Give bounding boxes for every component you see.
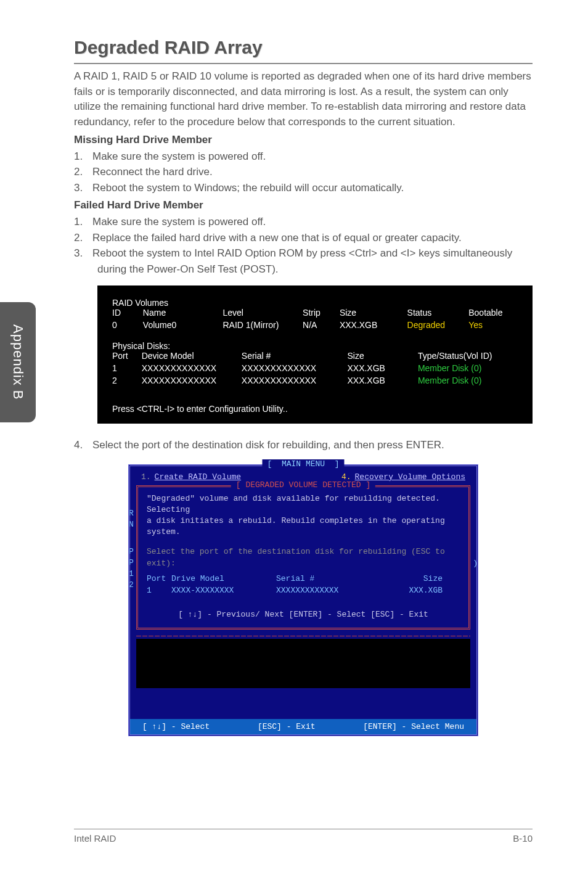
failed-drive-steps: 1.Make sure the system is powered off. 2… <box>74 214 533 277</box>
missing-drive-steps: 1.Make sure the system is powered off. 2… <box>74 149 533 196</box>
main-menu-title: [ MAIN MENU ] <box>262 459 344 469</box>
intro-paragraph: A RAID 1, RAID 5 or RAID 10 volume is re… <box>74 69 533 130</box>
degraded-dialog: [ DEGRADED VOLUME DETECTED ] "Degraded" … <box>136 485 470 630</box>
bios-main-menu: [ MAIN MENU ] RN PP12 ) 1.Create RAID Vo… <box>128 464 478 736</box>
failed-drive-subhead: Failed Hard Drive Member <box>74 199 533 212</box>
page-footer: Intel RAID B-10 <box>74 829 533 844</box>
appendix-side-tab: Appendix B <box>0 302 36 422</box>
menu-create-raid[interactable]: 1.Create RAID Volume <box>141 472 241 482</box>
red-strike-line <box>136 636 470 636</box>
footer-right: B-10 <box>513 833 533 844</box>
port-header: Port Drive Model Serial # Size <box>147 574 460 583</box>
keybar-exit: [ESC] - Exit <box>258 722 316 731</box>
keybar-select: [ ↑↓] - Select <box>142 722 210 731</box>
raid-volumes-title: RAID Volumes <box>112 298 518 308</box>
middle-black-area <box>136 639 470 688</box>
section-heading: Degraded RAID Array <box>74 37 533 64</box>
footer-left: Intel RAID <box>74 833 116 844</box>
degraded-dialog-title: [ DEGRADED VOLUME DETECTED ] <box>231 480 375 490</box>
port-row-1[interactable]: 1 XXXX-XXXXXXXX XXXXXXXXXXXXX XXX.XGB <box>147 586 460 595</box>
appendix-label: Appendix B <box>10 324 26 400</box>
raid-data-row: 0 Volume0 RAID 1(Mirror) N/A XXX.XGB Deg… <box>112 320 518 330</box>
bottom-keybar: [ ↑↓] - Select [ESC] - Exit [ENTER] - Se… <box>130 719 476 734</box>
press-ctrl-i: Press <CTRL-I> to enter Configuration Ut… <box>112 404 518 414</box>
phys-row-2: 2 XXXXXXXXXXXXX XXXXXXXXXXXXX XXX.XGB Me… <box>112 376 518 385</box>
raid-header-row: ID Name Level Strip Size Status Bootable <box>112 308 518 318</box>
keybar-select-menu: [ENTER] - Select Menu <box>363 722 464 731</box>
phys-row-1: 1 XXXXXXXXXXXXX XXXXXXXXXXXXX XXX.XGB Me… <box>112 363 518 373</box>
inner-keybar: [ ↑↓] - Previous/ Next [ENTER] - Select … <box>147 610 460 619</box>
degraded-msg-2: a disk initiates a rebuild. Rebuild comp… <box>147 515 460 538</box>
degraded-msg-3: Select the port of the destination disk … <box>147 546 460 569</box>
phys-header-row: Port Device Model Serial # Size Type/Sta… <box>112 351 518 361</box>
physical-disks-title: Physical Disks: <box>112 341 518 351</box>
missing-drive-subhead: Missing Hard Drive Member <box>74 134 533 146</box>
step-4: 4.Select the port of the destination dis… <box>74 437 533 453</box>
raid-status-screen: RAID Volumes ID Name Level Strip Size St… <box>97 285 533 424</box>
degraded-msg-1: "Degraded" volume and disk available for… <box>147 493 460 515</box>
